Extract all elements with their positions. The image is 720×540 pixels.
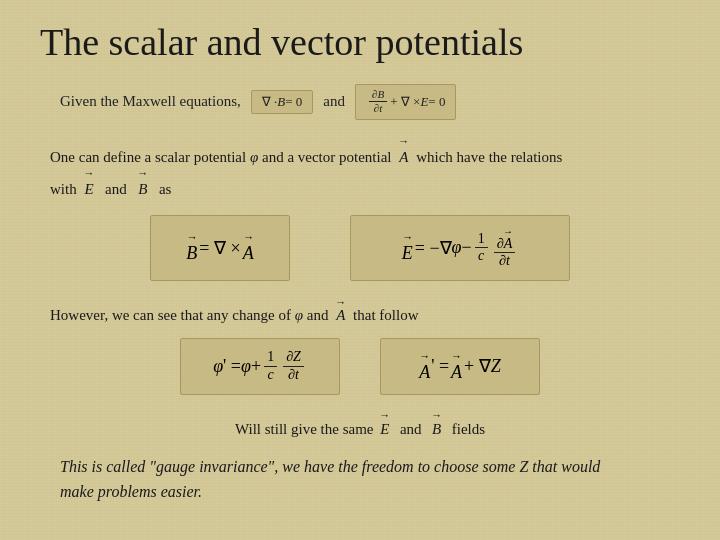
maxwell-intro-text: Given the Maxwell equations, bbox=[60, 93, 241, 110]
eq-B-box: → B = ∇ × → A bbox=[150, 215, 290, 282]
maxwell-line: Given the Maxwell equations, ∇ · B = 0 a… bbox=[60, 84, 680, 120]
gauge-invariance-text: This is called "gauge invariance", we ha… bbox=[60, 454, 680, 505]
maxwell-eq1: ∇ · B = 0 bbox=[251, 90, 314, 114]
equations-row-2: φ' = φ + 1 c ∂Z ∂t → A ' = → A + ∇Z bbox=[40, 338, 680, 395]
page-title: The scalar and vector potentials bbox=[40, 20, 680, 64]
partial-B-frac: ∂B ∂t bbox=[369, 88, 387, 116]
maxwell-eq2: ∂B ∂t + ∇ × E = 0 bbox=[355, 84, 456, 120]
eq-E-box: → E = −∇φ − 1 c ∂→A ∂t bbox=[350, 215, 570, 282]
eq-phi-prime-box: φ' = φ + 1 c ∂Z ∂t bbox=[180, 338, 340, 395]
equations-row-1: → B = ∇ × → A → E = −∇φ − 1 c ∂→A ∂t bbox=[40, 215, 680, 282]
description1: One can define a scalar potential φ and … bbox=[50, 136, 680, 201]
page: The scalar and vector potentials Given t… bbox=[0, 0, 720, 540]
still-gives-text: Will still give the same → E and → B fie… bbox=[40, 409, 680, 438]
however-text: However, we can see that any change of φ… bbox=[50, 297, 680, 324]
and-label: and bbox=[323, 93, 345, 110]
eq-A-prime-box: → A ' = → A + ∇Z bbox=[380, 338, 540, 395]
